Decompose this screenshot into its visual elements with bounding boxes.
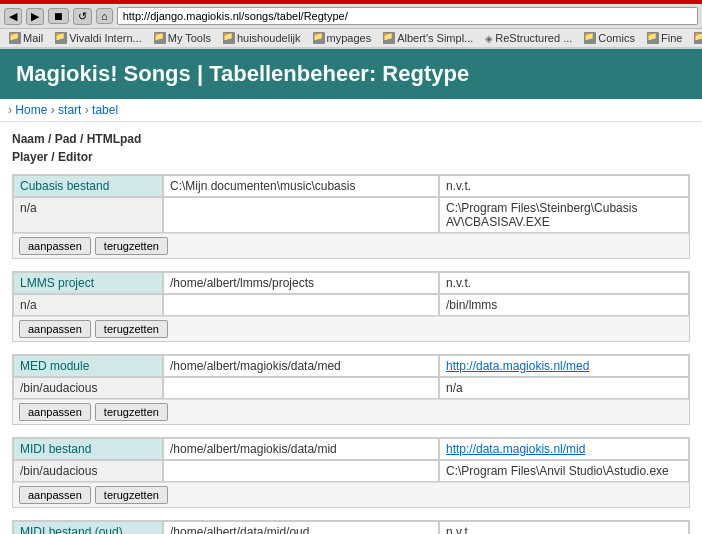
- value-midi: http://data.magiokis.nl/mid: [439, 438, 689, 460]
- entry-midi-row-1: MIDI bestand /home/albert/magiokis/data/…: [13, 438, 689, 460]
- entry-med-row-2: /bin/audacious n/a: [13, 377, 689, 399]
- page-header: Magiokis! Songs | Tabellenbeheer: Regtyp…: [0, 49, 702, 99]
- folder-icon: 📁: [647, 32, 659, 44]
- folder-icon: 📁: [154, 32, 166, 44]
- bookmark-label: ReStructured ...: [495, 32, 572, 44]
- address-bar[interactable]: [117, 7, 698, 25]
- main-content: Naam / Pad / HTMLpad Player / Editor Cub…: [0, 122, 702, 534]
- bookmark-mail[interactable]: 📁 Mail: [4, 31, 48, 45]
- entry-midi-oud: MIDI bestand (oud) /home/albert/data/mid…: [12, 520, 690, 534]
- browser-chrome: ◀ ▶ ⏹ ↺ ⌂ 📁 Mail 📁 Vivaldi Intern... 📁 M…: [0, 0, 702, 49]
- entry-row-1: Cubasis bestand C:\Mijn documenten\music…: [13, 175, 689, 197]
- nav-forward[interactable]: ▶: [26, 8, 44, 25]
- entry-midi: MIDI bestand /home/albert/magiokis/data/…: [12, 437, 690, 508]
- entry-med-row-1: MED module /home/albert/magiokis/data/me…: [13, 355, 689, 377]
- entry-lmms: LMMS project /home/albert/lmms/projects …: [12, 271, 690, 342]
- aanpassen-midi[interactable]: aanpassen: [19, 486, 91, 504]
- value-cubasis-2: C:\Program Files\Steinberg\Cubasis AV\CB…: [439, 197, 689, 233]
- label-cubasis-na: n/a: [13, 197, 163, 233]
- folder-icon: 📁: [9, 32, 21, 44]
- btn-row-cubasis: aanpassen terugzetten: [13, 233, 689, 258]
- column-header-line1: Naam / Pad / HTMLpad: [12, 130, 690, 148]
- path-midi: /home/albert/magiokis/data/mid: [163, 438, 439, 460]
- label-midi-oud: MIDI bestand (oud): [13, 521, 163, 534]
- nav-stop[interactable]: ⏹: [48, 8, 69, 24]
- path-cubasis: C:\Mijn documenten\music\cubasis: [163, 175, 439, 197]
- bookmark-label: Mail: [23, 32, 43, 44]
- btn-row-lmms: aanpassen terugzetten: [13, 316, 689, 341]
- bookmark-huishoudelijk[interactable]: 📁 huishoudelijk: [218, 31, 306, 45]
- bookmark-vivaldi[interactable]: 📁 Vivaldi Intern...: [50, 31, 147, 45]
- nav-refresh[interactable]: ↺: [73, 8, 92, 25]
- entry-midi-row-2: /bin/audacious C:\Program Files\Anvil St…: [13, 460, 689, 482]
- bookmark-mypages[interactable]: 📁 mypages: [308, 31, 377, 45]
- column-headers: Naam / Pad / HTMLpad Player / Editor: [12, 130, 690, 166]
- bookmark-label: Albert's Simpl...: [397, 32, 473, 44]
- value-med: http://data.magiokis.nl/med: [439, 355, 689, 377]
- path-midi-2: [163, 460, 439, 482]
- path-midi-oud: /home/albert/data/mid/oud: [163, 521, 439, 534]
- value-med-2: n/a: [439, 377, 689, 399]
- bookmark-alberts[interactable]: 📁 Albert's Simpl...: [378, 31, 478, 45]
- label-med-na: /bin/audacious: [13, 377, 163, 399]
- path-lmms: /home/albert/lmms/projects: [163, 272, 439, 294]
- path-med: /home/albert/magiokis/data/med: [163, 355, 439, 377]
- restructured-icon: ◈: [485, 33, 493, 44]
- midi-link[interactable]: http://data.magiokis.nl/mid: [446, 442, 585, 456]
- folder-icon: 📁: [313, 32, 325, 44]
- breadcrumb-sep2: ›: [51, 103, 58, 117]
- path-med-2: [163, 377, 439, 399]
- btn-row-midi: aanpassen terugzetten: [13, 482, 689, 507]
- entry-lmms-row-1: LMMS project /home/albert/lmms/projects …: [13, 272, 689, 294]
- bookmark-label: Fine: [661, 32, 682, 44]
- label-midi-na: /bin/audacious: [13, 460, 163, 482]
- folder-icon: 📁: [223, 32, 235, 44]
- breadcrumb-tabel[interactable]: tabel: [92, 103, 118, 117]
- nav-home[interactable]: ⌂: [96, 8, 113, 24]
- entry-lmms-row-2: n/a /bin/lmms: [13, 294, 689, 316]
- breadcrumb-separator: ›: [8, 103, 12, 117]
- column-header-line2: Player / Editor: [12, 148, 690, 166]
- label-lmms: LMMS project: [13, 272, 163, 294]
- value-lmms-2: /bin/lmms: [439, 294, 689, 316]
- bookmark-label: My Tools: [168, 32, 211, 44]
- label-lmms-na: n/a: [13, 294, 163, 316]
- breadcrumb-sep3: ›: [85, 103, 92, 117]
- entry-row-2: n/a C:\Program Files\Steinberg\Cubasis A…: [13, 197, 689, 233]
- label-midi: MIDI bestand: [13, 438, 163, 460]
- entry-cubasis: Cubasis bestand C:\Mijn documenten\music…: [12, 174, 690, 259]
- terugzetten-lmms[interactable]: terugzetten: [95, 320, 168, 338]
- bookmark-label: Vivaldi Intern...: [69, 32, 142, 44]
- med-link[interactable]: http://data.magiokis.nl/med: [446, 359, 589, 373]
- aanpassen-cubasis[interactable]: aanpassen: [19, 237, 91, 255]
- bookmark-linuxmint[interactable]: 📁 Linux Mint: [689, 31, 702, 45]
- path-cubasis-2: [163, 197, 439, 233]
- terugzetten-med[interactable]: terugzetten: [95, 403, 168, 421]
- folder-icon: 📁: [584, 32, 596, 44]
- terugzetten-cubasis[interactable]: terugzetten: [95, 237, 168, 255]
- value-lmms: n.v.t.: [439, 272, 689, 294]
- entry-midi-oud-row-1: MIDI bestand (oud) /home/albert/data/mid…: [13, 521, 689, 534]
- breadcrumb-start[interactable]: start: [58, 103, 81, 117]
- bookmark-fine[interactable]: 📁 Fine: [642, 31, 687, 45]
- value-midi-oud: n.v.t.: [439, 521, 689, 534]
- btn-row-med: aanpassen terugzetten: [13, 399, 689, 424]
- nav-back[interactable]: ◀: [4, 8, 22, 25]
- bookmark-comics[interactable]: 📁 Comics: [579, 31, 640, 45]
- bookmark-restructured[interactable]: ◈ ReStructured ...: [480, 31, 577, 45]
- entry-med: MED module /home/albert/magiokis/data/me…: [12, 354, 690, 425]
- terugzetten-midi[interactable]: terugzetten: [95, 486, 168, 504]
- label-cubasis: Cubasis bestand: [13, 175, 163, 197]
- value-midi-2: C:\Program Files\Anvil Studio\Astudio.ex…: [439, 460, 689, 482]
- aanpassen-med[interactable]: aanpassen: [19, 403, 91, 421]
- page-title: Magiokis! Songs | Tabellenbeheer: Regtyp…: [16, 61, 686, 87]
- bookmarks-bar: 📁 Mail 📁 Vivaldi Intern... 📁 My Tools 📁 …: [0, 29, 702, 48]
- breadcrumb-home[interactable]: Home: [15, 103, 47, 117]
- page-content: Magiokis! Songs | Tabellenbeheer: Regtyp…: [0, 49, 702, 534]
- aanpassen-lmms[interactable]: aanpassen: [19, 320, 91, 338]
- folder-icon: 📁: [55, 32, 67, 44]
- bookmark-label: Comics: [598, 32, 635, 44]
- bookmark-mytools[interactable]: 📁 My Tools: [149, 31, 216, 45]
- path-lmms-2: [163, 294, 439, 316]
- folder-icon: 📁: [383, 32, 395, 44]
